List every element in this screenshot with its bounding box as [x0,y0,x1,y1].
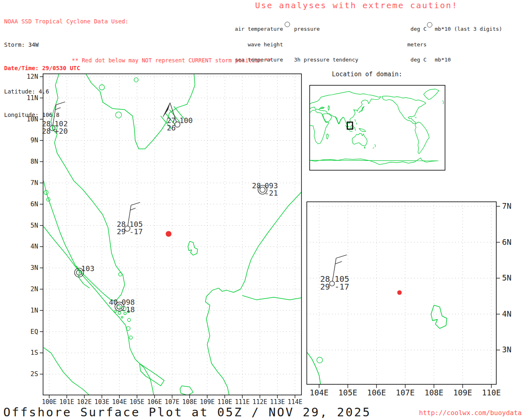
station-pressure-tendency: -17 [335,282,349,292]
coastline [242,296,302,300]
coastline [354,128,356,130]
wind-barb-feather [131,202,140,205]
island-outline [317,357,322,363]
island-outline [114,310,116,313]
main-map-lon-label: 110E [217,398,232,406]
red-dot-warning-text: ** Red dot below may NOT represent CURRE… [72,57,272,64]
coastline [335,116,343,124]
coastline [415,122,429,154]
inset-map-lon-label: 106E [367,388,386,397]
main-map-lat-label: 7N [30,179,38,187]
station-sea-temp: 28 [42,127,51,135]
island-outline [119,272,122,276]
coastline [310,91,381,127]
station-plot: 2810529-17 [320,255,349,292]
main-map-lon-label: 106E [147,398,162,406]
wind-barb-feather [336,261,342,264]
station-pressure: 100 [179,116,193,125]
location-of-domain-title: Location of domain: [306,71,429,78]
coastline [431,305,447,329]
storm-longitude-line: Longitude: 106.8 [4,111,128,119]
inset-map-lat-label: 6N [502,237,511,247]
coastline [359,128,366,132]
station-sea-temp: 29 [117,227,126,236]
station-plot: 40098-18 [109,298,135,314]
legend-degc-label-1: deg C [386,27,427,32]
inset-map-lon-label: 108E [425,388,443,397]
main-map-lat-label: 1N [30,307,38,314]
coastline [373,148,374,148]
main-map-lon-label: 101E [59,398,74,406]
island-outline [121,316,123,318]
inset-map-lat-label: 3N [502,345,511,354]
legend-air-temperature-label: air temperature [205,27,283,32]
main-map-lon-label: 107E [165,398,180,406]
station-pressure-tendency: -21 [265,189,278,197]
station-circle-icon [427,22,432,27]
cyclone-data-source-line: NOAA SSD Tropical Cyclone Data Used: [4,18,128,25]
main-map-lon-label: 108E [182,398,197,406]
coastline [310,158,438,164]
main-map-lon-label: 104E [112,398,127,406]
station-plot: 2810529-17 [117,202,143,236]
main-map-lat-label: 5N [30,222,38,229]
coastline [328,105,330,110]
plot-title: Offshore Surface Plot at 05Z / NOV 29, 2… [3,405,371,419]
coastline [320,107,324,109]
inset-map-lon-label: 104E [310,388,329,397]
coastline [352,133,368,146]
legend-meters-label: meters [386,42,427,48]
island-outline [128,318,131,322]
main-map-lon-label: 112E [253,398,267,406]
domain-box [347,122,353,129]
coastline [188,242,198,256]
tropical-cyclone-info-block: NOAA SSD Tropical Cyclone Data Used: Sto… [4,2,128,127]
main-map-lat-label: 6N [30,201,38,208]
main-map-lat-label: 3N [30,264,38,272]
station-pressure: 103 [81,264,95,273]
main-map-lon-label: 100E [42,398,57,406]
main-map-lat-label: 2N [30,285,38,293]
station-units-legend-right: mb*10 (last 3 digits) mb*10 [435,16,502,68]
coastline [205,192,302,395]
storm-position-dot-inset [397,290,402,295]
inset-map-coastlines [305,305,447,386]
wind-barb-feather [130,208,135,210]
coastline [349,131,352,132]
island-outline [126,326,130,330]
inset-map-lat-label: 4N [502,309,511,318]
main-map-lon-label: 114E [288,398,302,406]
coastline [180,386,193,395]
storm-position-dot-main [166,231,171,237]
world-map-coastlines [310,89,443,164]
station-units-legend-left: deg C meters deg C [386,16,427,68]
station-plot: 28093-21 [252,181,278,197]
island-outline [129,336,132,339]
main-map-lat-label: 4N [30,243,38,250]
inset-map-lon-label: 109E [453,388,472,397]
inset-map-lat-label: 5N [502,273,511,282]
station-air-temp: 28 [252,181,261,190]
wind-barb-feather [336,255,347,258]
station-sea-temp: 29 [320,282,330,292]
coastline [375,144,376,147]
station-model-legend-right: pressure 3h pressure tendency [294,16,358,68]
caution-banner: Use analyses with extreme caution! [255,0,458,10]
inset-map-lon-label: 105E [338,388,357,397]
inset-map-lat-label: 7N [502,201,511,210]
storm-id-line: Storm: 34W [4,41,128,49]
inset-map-lon-label: 107E [396,388,415,397]
main-map-lon-label: 111E [235,398,250,406]
legend-mb10-label: mb*10 [435,57,502,63]
coastline [310,110,329,144]
source-url: http://coolwx.com/buoydata [419,409,522,417]
coastline [382,96,426,123]
coastline [43,347,89,395]
main-map-lat-label: 9N [30,137,38,144]
station-pressure-tendency: +20 [55,127,68,135]
coastline [443,100,444,104]
inset-map-islands [317,357,322,363]
station-pressure-tendency: -17 [129,227,143,236]
station-circle [330,281,335,286]
station-air-temp: 40 [109,298,118,306]
